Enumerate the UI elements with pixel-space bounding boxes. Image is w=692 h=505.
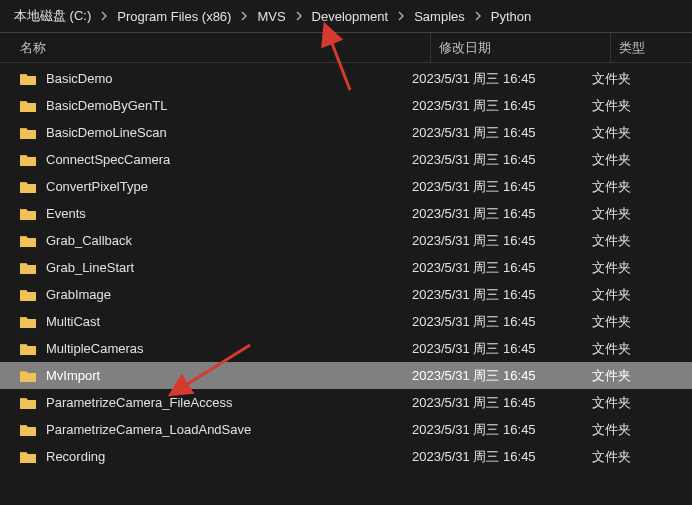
- file-list: BasicDemo2023/5/31 周三 16:45文件夹BasicDemoB…: [0, 63, 692, 470]
- folder-icon: [20, 369, 36, 383]
- folder-name: BasicDemoByGenTL: [46, 98, 167, 113]
- folder-icon: [20, 234, 36, 248]
- folder-row[interactable]: BasicDemoLineScan2023/5/31 周三 16:45文件夹: [0, 119, 692, 146]
- folder-name: BasicDemoLineScan: [46, 125, 167, 140]
- modified-date: 2023/5/31 周三 16:45: [404, 448, 584, 466]
- folder-row[interactable]: ParametrizeCamera_FileAccess2023/5/31 周三…: [0, 389, 692, 416]
- file-type: 文件夹: [584, 394, 692, 412]
- folder-name: ParametrizeCamera_LoadAndSave: [46, 422, 251, 437]
- folder-name: Grab_LineStart: [46, 260, 134, 275]
- folder-row[interactable]: BasicDemo2023/5/31 周三 16:45文件夹: [0, 65, 692, 92]
- file-type: 文件夹: [584, 151, 692, 169]
- folder-row[interactable]: ConnectSpecCamera2023/5/31 周三 16:45文件夹: [0, 146, 692, 173]
- modified-date: 2023/5/31 周三 16:45: [404, 232, 584, 250]
- folder-row[interactable]: MultipleCameras2023/5/31 周三 16:45文件夹: [0, 335, 692, 362]
- file-type: 文件夹: [584, 259, 692, 277]
- folder-icon: [20, 396, 36, 410]
- folder-row[interactable]: BasicDemoByGenTL2023/5/31 周三 16:45文件夹: [0, 92, 692, 119]
- modified-date: 2023/5/31 周三 16:45: [404, 178, 584, 196]
- modified-date: 2023/5/31 周三 16:45: [404, 340, 584, 358]
- file-type: 文件夹: [584, 232, 692, 250]
- folder-name: MultipleCameras: [46, 341, 144, 356]
- folder-name: ConnectSpecCamera: [46, 152, 170, 167]
- folder-icon: [20, 261, 36, 275]
- column-header-name[interactable]: 名称: [20, 39, 430, 57]
- folder-icon: [20, 288, 36, 302]
- modified-date: 2023/5/31 周三 16:45: [404, 205, 584, 223]
- folder-name: Grab_Callback: [46, 233, 132, 248]
- column-header-type[interactable]: 类型: [610, 33, 692, 62]
- folder-icon: [20, 315, 36, 329]
- modified-date: 2023/5/31 周三 16:45: [404, 97, 584, 115]
- file-type: 文件夹: [584, 367, 692, 385]
- breadcrumb-item[interactable]: Program Files (x86): [113, 7, 235, 26]
- folder-name: GrabImage: [46, 287, 111, 302]
- breadcrumb-item[interactable]: Python: [487, 7, 535, 26]
- folder-name: MultiCast: [46, 314, 100, 329]
- folder-icon: [20, 207, 36, 221]
- folder-name: Recording: [46, 449, 105, 464]
- folder-row[interactable]: MvImport2023/5/31 周三 16:45文件夹: [0, 362, 692, 389]
- modified-date: 2023/5/31 周三 16:45: [404, 394, 584, 412]
- file-type: 文件夹: [584, 70, 692, 88]
- folder-icon: [20, 99, 36, 113]
- modified-date: 2023/5/31 周三 16:45: [404, 367, 584, 385]
- chevron-right-icon[interactable]: [469, 11, 487, 21]
- file-type: 文件夹: [584, 313, 692, 331]
- breadcrumb-item[interactable]: 本地磁盘 (C:): [10, 5, 95, 27]
- modified-date: 2023/5/31 周三 16:45: [404, 313, 584, 331]
- folder-row[interactable]: Recording2023/5/31 周三 16:45文件夹: [0, 443, 692, 470]
- folder-icon: [20, 180, 36, 194]
- column-header-date[interactable]: 修改日期: [430, 33, 610, 62]
- chevron-right-icon[interactable]: [235, 11, 253, 21]
- file-type: 文件夹: [584, 97, 692, 115]
- folder-name: ConvertPixelType: [46, 179, 148, 194]
- folder-icon: [20, 342, 36, 356]
- modified-date: 2023/5/31 周三 16:45: [404, 421, 584, 439]
- file-type: 文件夹: [584, 205, 692, 223]
- file-type: 文件夹: [584, 340, 692, 358]
- folder-row[interactable]: Grab_Callback2023/5/31 周三 16:45文件夹: [0, 227, 692, 254]
- file-type: 文件夹: [584, 448, 692, 466]
- chevron-right-icon[interactable]: [392, 11, 410, 21]
- folder-icon: [20, 126, 36, 140]
- modified-date: 2023/5/31 周三 16:45: [404, 259, 584, 277]
- folder-row[interactable]: MultiCast2023/5/31 周三 16:45文件夹: [0, 308, 692, 335]
- modified-date: 2023/5/31 周三 16:45: [404, 151, 584, 169]
- folder-icon: [20, 72, 36, 86]
- chevron-right-icon[interactable]: [290, 11, 308, 21]
- modified-date: 2023/5/31 周三 16:45: [404, 70, 584, 88]
- chevron-right-icon[interactable]: [95, 11, 113, 21]
- folder-name: ParametrizeCamera_FileAccess: [46, 395, 232, 410]
- file-type: 文件夹: [584, 421, 692, 439]
- breadcrumb-item[interactable]: Samples: [410, 7, 469, 26]
- breadcrumb[interactable]: 本地磁盘 (C:)Program Files (x86)MVSDevelopme…: [0, 0, 692, 32]
- column-header-row: 名称 修改日期 类型: [0, 33, 692, 63]
- file-type: 文件夹: [584, 286, 692, 304]
- modified-date: 2023/5/31 周三 16:45: [404, 124, 584, 142]
- file-type: 文件夹: [584, 178, 692, 196]
- breadcrumb-item[interactable]: Development: [308, 7, 393, 26]
- breadcrumb-item[interactable]: MVS: [253, 7, 289, 26]
- folder-name: BasicDemo: [46, 71, 112, 86]
- folder-row[interactable]: Grab_LineStart2023/5/31 周三 16:45文件夹: [0, 254, 692, 281]
- folder-name: MvImport: [46, 368, 100, 383]
- folder-icon: [20, 450, 36, 464]
- folder-icon: [20, 423, 36, 437]
- folder-icon: [20, 153, 36, 167]
- folder-row[interactable]: Events2023/5/31 周三 16:45文件夹: [0, 200, 692, 227]
- folder-row[interactable]: ConvertPixelType2023/5/31 周三 16:45文件夹: [0, 173, 692, 200]
- folder-row[interactable]: GrabImage2023/5/31 周三 16:45文件夹: [0, 281, 692, 308]
- modified-date: 2023/5/31 周三 16:45: [404, 286, 584, 304]
- folder-name: Events: [46, 206, 86, 221]
- folder-row[interactable]: ParametrizeCamera_LoadAndSave2023/5/31 周…: [0, 416, 692, 443]
- file-type: 文件夹: [584, 124, 692, 142]
